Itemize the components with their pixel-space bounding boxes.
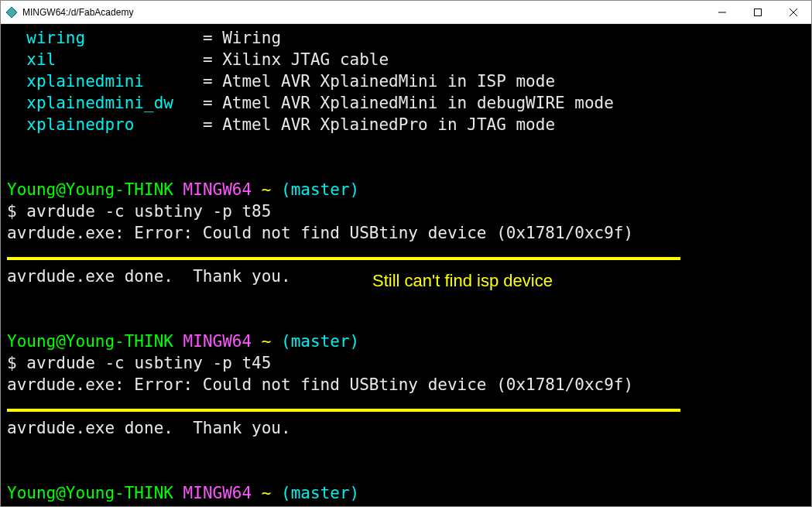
prompt-dir: ~ — [262, 332, 272, 351]
terminal-output[interactable]: wiring = Wiring xil = Xilinx JTAG cable … — [1, 24, 811, 506]
command-line: avrdude -c usbtiny -p t45 — [26, 354, 271, 372]
prompt-user: Young@Young-THINK — [7, 332, 173, 351]
table-val: Atmel AVR XplainedMini in debugWIRE mode — [222, 94, 614, 112]
table-row: xil — [7, 50, 193, 69]
table-val: Atmel AVR XplainedPro in JTAG mode — [222, 115, 555, 134]
underline — [7, 257, 680, 260]
minimize-button[interactable] — [704, 1, 740, 23]
table-row: wiring — [7, 29, 193, 47]
titlebar[interactable]: MINGW64:/d/FabAcademy — [1, 1, 811, 24]
prompt-env: MINGW64 — [183, 332, 252, 351]
window-controls — [704, 1, 811, 23]
underline — [7, 409, 680, 412]
prompt-env: MINGW64 — [183, 484, 252, 502]
error-line: avrdude.exe: Error: Could not find USBti… — [7, 375, 633, 394]
close-button[interactable] — [776, 1, 811, 23]
done-line: avrdude.exe done. Thank you. — [7, 419, 291, 437]
prompt-env: MINGW64 — [183, 180, 252, 199]
prompt-user: Young@Young-THINK — [7, 484, 173, 502]
table-row: xplainedmini_dw — [7, 94, 193, 112]
prompt-dir: ~ — [262, 484, 272, 502]
table-row: xplainedpro — [7, 115, 193, 134]
svg-marker-0 — [6, 7, 17, 18]
maximize-button[interactable] — [740, 1, 776, 23]
table-val: Xilinx JTAG cable — [222, 50, 389, 69]
prompt-dollar: $ — [7, 354, 17, 372]
done-line: avrdude.exe done. Thank you. — [7, 267, 291, 286]
app-icon — [5, 6, 18, 19]
prompt-dollar: $ — [7, 505, 17, 506]
table-row: xplainedmini — [7, 72, 193, 91]
prompt-branch: (master) — [281, 484, 359, 502]
prompt-dir: ~ — [262, 180, 272, 199]
prompt-branch: (master) — [281, 332, 359, 351]
error-line: avrdude.exe: Error: Could not find USBti… — [7, 224, 633, 242]
window-title: MINGW64:/d/FabAcademy — [22, 7, 704, 18]
annotation: Still can't find isp device — [372, 270, 553, 292]
table-val: Wiring — [222, 29, 281, 47]
prompt-dollar: $ — [7, 202, 17, 221]
prompt-branch: (master) — [281, 180, 359, 199]
command-line: avrdude -c usbtiny -p t85 — [26, 202, 271, 221]
table-val: Atmel AVR XplainedMini in ISP mode — [222, 72, 555, 91]
prompt-user: Young@Young-THINK — [7, 180, 173, 199]
